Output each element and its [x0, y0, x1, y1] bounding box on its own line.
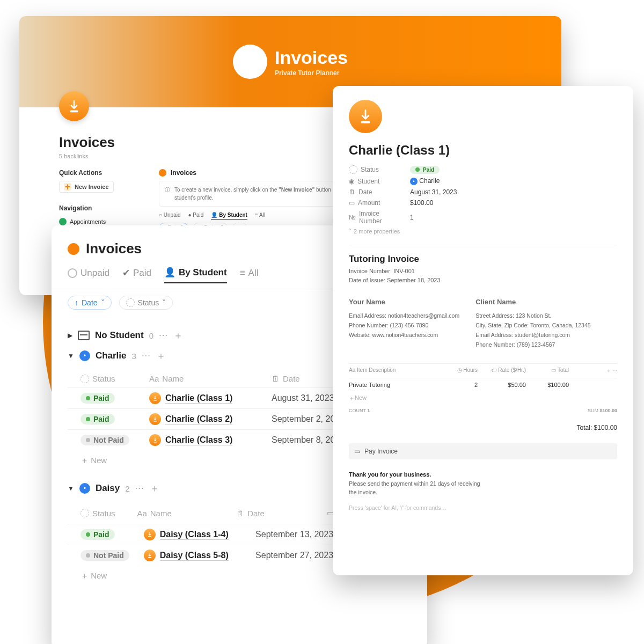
person-icon: •	[79, 483, 90, 494]
cover-title: Invoices	[275, 47, 348, 68]
status-badge: Not Paid	[80, 435, 129, 445]
sort-date[interactable]: ↑ Date ˅	[68, 296, 112, 310]
list-icon: ≡	[240, 268, 245, 279]
line-items-table: Aa Item Description◷ Hours🏷 Rate ($/Hr.)…	[349, 363, 617, 413]
cover-subtitle: Private Tutor Planner	[275, 69, 348, 77]
dot-icon	[159, 169, 166, 177]
invoice-total: Total: $100.00	[349, 424, 617, 431]
download-icon	[149, 413, 161, 425]
status-icon	[80, 375, 89, 383]
circle-icon	[68, 268, 77, 278]
navigation-heading: Navigation	[59, 204, 145, 212]
info-icon: ⓘ	[165, 186, 170, 202]
new-invoice-button[interactable]: +New Invoice	[59, 181, 114, 193]
dot-icon	[68, 243, 79, 255]
download-icon	[233, 45, 267, 79]
tab-all[interactable]: ≡ All	[255, 212, 265, 219]
pay-invoice-button[interactable]: ▭ Pay Invoice	[349, 443, 617, 459]
invoice-detail-panel: Charlie (Class 1) StatusPaid ◉ Student• …	[333, 86, 633, 575]
tab-bystudent[interactable]: 👤By Student	[164, 267, 227, 283]
tab-bystudent[interactable]: 👤 By Student	[211, 212, 247, 219]
status-icon	[349, 165, 357, 174]
person-icon: •	[410, 178, 418, 185]
status-icon	[126, 298, 135, 307]
download-icon	[149, 434, 161, 446]
add-row-button[interactable]: ＋	[150, 482, 159, 495]
quick-actions-heading: Quick Actions	[59, 169, 145, 177]
download-icon	[149, 392, 161, 404]
new-row-button[interactable]: ＋ New	[349, 391, 617, 406]
ai-hint[interactable]: Press 'space' for AI, '/' for commands…	[349, 504, 617, 511]
tab-unpaid[interactable]: ○ Unpaid	[159, 212, 181, 219]
table-row[interactable]: Private Tutoring2$50.00$100.00	[349, 378, 617, 391]
person-icon: •	[79, 350, 90, 361]
chevron-right-icon: ▶	[68, 332, 72, 339]
invoice-title[interactable]: Charlie (Class 1)	[349, 143, 617, 158]
page-icon[interactable]	[59, 91, 89, 121]
calendar-icon	[59, 218, 67, 225]
filter-status[interactable]: Status ˅	[119, 296, 173, 310]
more-properties[interactable]: ˅ 2 more properties	[349, 228, 617, 235]
doc-heading: Tutoring Invoice	[349, 254, 617, 265]
more-icon[interactable]: ···	[135, 483, 144, 494]
inbox-icon	[78, 331, 90, 340]
client-info: Client Name Street Address: 123 Notion S…	[475, 296, 590, 349]
download-icon	[349, 100, 382, 133]
add-row-button[interactable]: ＋	[173, 329, 183, 342]
chevron-down-icon: ▼	[68, 485, 74, 492]
chevron-down-icon: ▼	[68, 352, 74, 360]
db-title[interactable]: Invoices	[171, 169, 196, 177]
tab-unpaid[interactable]: Unpaid	[68, 268, 109, 283]
more-icon[interactable]: ···	[142, 350, 151, 361]
person-icon: 👤	[164, 267, 175, 278]
your-info: Your Name Email Address: notion4teachers…	[349, 296, 459, 349]
status-badge: Paid	[80, 414, 115, 425]
tab-all[interactable]: ≡All	[240, 268, 259, 283]
more-icon[interactable]: ···	[159, 330, 168, 341]
add-row-button[interactable]: ＋	[156, 349, 166, 362]
status-badge[interactable]: Paid	[410, 166, 440, 174]
db-title[interactable]: Invoices	[86, 240, 142, 257]
tab-paid[interactable]: ● Paid	[188, 212, 204, 219]
tab-paid[interactable]: ✔Paid	[122, 267, 151, 283]
status-badge: Paid	[80, 393, 115, 404]
